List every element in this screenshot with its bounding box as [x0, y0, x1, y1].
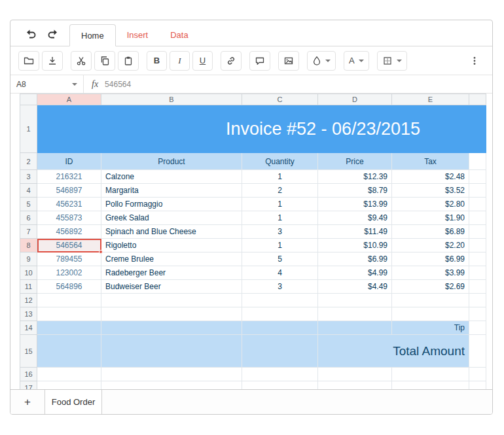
cell-E16[interactable]: [392, 368, 469, 381]
cell-A9[interactable]: 789455: [37, 252, 101, 266]
cell-E6[interactable]: $1.90: [392, 211, 469, 225]
cell-E14-tip[interactable]: Tip: [392, 321, 469, 335]
cell-A16[interactable]: [37, 368, 101, 381]
cell-A5[interactable]: 456231: [37, 198, 101, 211]
comment-button[interactable]: [249, 51, 270, 71]
cell-D13[interactable]: [318, 307, 392, 321]
tab-insert[interactable]: Insert: [116, 24, 160, 46]
underline-button[interactable]: U: [192, 51, 213, 71]
cell-D2[interactable]: Price: [318, 153, 392, 170]
row-header-16[interactable]: 16: [20, 368, 37, 381]
cell-A8[interactable]: 546564: [37, 239, 101, 252]
cell-B9[interactable]: Creme Brulee: [101, 252, 242, 266]
cell-B17[interactable]: [101, 381, 242, 390]
cell-E4[interactable]: $3.52: [392, 184, 469, 198]
cell-B6[interactable]: Greek Salad: [101, 211, 242, 225]
cell-stub[interactable]: [469, 170, 486, 184]
cell-A13[interactable]: [37, 307, 101, 321]
italic-button[interactable]: I: [170, 51, 190, 71]
cell-A12[interactable]: [37, 294, 101, 307]
cell-B7[interactable]: Spinach and Blue Cheese: [101, 225, 242, 239]
cell-C15[interactable]: [242, 335, 318, 368]
cell-C16[interactable]: [242, 368, 318, 381]
row-header-6[interactable]: 6: [20, 211, 37, 225]
cell-E15-total-amount[interactable]: Total Amount: [318, 335, 469, 368]
cell-stub[interactable]: [469, 211, 486, 225]
cell-B11[interactable]: Budweiser Beer: [101, 280, 242, 294]
cell-E12[interactable]: [392, 294, 469, 307]
cell-A15[interactable]: [37, 335, 101, 368]
cell-B4[interactable]: Margarita: [101, 184, 242, 198]
cell-D7[interactable]: $11.49: [318, 225, 392, 239]
cell-stub[interactable]: [469, 280, 486, 294]
undo-button[interactable]: [25, 28, 37, 39]
cell-E17[interactable]: [392, 381, 469, 390]
cell-A17[interactable]: [37, 381, 101, 390]
column-header-E[interactable]: E: [392, 94, 469, 105]
cell-D8[interactable]: $10.99: [318, 239, 392, 252]
insert-image-button[interactable]: [278, 51, 299, 71]
row-header-14[interactable]: 14: [20, 321, 37, 335]
cell-D14[interactable]: [318, 321, 392, 335]
cell-C6[interactable]: 1: [242, 211, 318, 225]
cell-stub[interactable]: [469, 335, 486, 368]
redo-button[interactable]: [47, 28, 59, 39]
cell-E8[interactable]: $2.20: [392, 239, 469, 252]
tab-home[interactable]: Home: [69, 24, 116, 46]
cell-B10[interactable]: Radeberger Beer: [101, 266, 242, 280]
cell-A6[interactable]: 455873: [37, 211, 101, 225]
row-header-2[interactable]: 2: [20, 153, 37, 170]
column-header-C[interactable]: C: [242, 94, 318, 105]
cell-D4[interactable]: $8.79: [318, 184, 392, 198]
corner-cell[interactable]: [20, 94, 37, 105]
cell-B5[interactable]: Pollo Formaggio: [101, 198, 242, 211]
cell-E9[interactable]: $6.99: [392, 252, 469, 266]
formula-input[interactable]: 546564: [105, 80, 492, 89]
cell-A1-merged-title[interactable]: Invoice #52 - 06/23/2015: [37, 105, 486, 153]
cell-D10[interactable]: $4.99: [318, 266, 392, 280]
cell-C4[interactable]: 2: [242, 184, 318, 198]
cell-C14[interactable]: [242, 321, 318, 335]
row-header-17[interactable]: 17: [20, 381, 37, 390]
open-button[interactable]: [18, 51, 39, 71]
font-color-button[interactable]: A: [344, 51, 369, 71]
cell-stub[interactable]: [469, 368, 486, 381]
column-header-B[interactable]: B: [101, 94, 242, 105]
row-header-8[interactable]: 8: [20, 239, 37, 252]
cell-D16[interactable]: [318, 368, 392, 381]
cell-stub[interactable]: [469, 381, 486, 390]
column-header-A[interactable]: A: [37, 94, 101, 105]
cell-A10[interactable]: 123002: [37, 266, 101, 280]
cell-D3[interactable]: $12.39: [318, 170, 392, 184]
cell-C11[interactable]: 3: [242, 280, 318, 294]
row-header-3[interactable]: 3: [20, 170, 37, 184]
cell-stub[interactable]: [469, 252, 486, 266]
cell-A2[interactable]: ID: [37, 153, 101, 170]
cell-C7[interactable]: 3: [242, 225, 318, 239]
cell-stub[interactable]: [469, 184, 486, 198]
cell-name-box[interactable]: A8: [10, 75, 84, 93]
cell-C2[interactable]: Quantity: [242, 153, 318, 170]
column-header-stub[interactable]: [469, 94, 486, 105]
cell-B8[interactable]: Rigoletto: [101, 239, 242, 252]
export-button[interactable]: [42, 51, 63, 71]
cell-D11[interactable]: $4.49: [318, 280, 392, 294]
bold-button[interactable]: B: [147, 51, 167, 71]
cell-A11[interactable]: 564896: [37, 280, 101, 294]
copy-button[interactable]: [94, 51, 115, 71]
cell-A14[interactable]: [37, 321, 101, 335]
row-header-7[interactable]: 7: [20, 225, 37, 239]
add-sheet-button[interactable]: +: [10, 390, 45, 414]
cell-B12[interactable]: [101, 294, 242, 307]
cell-B2[interactable]: Product: [101, 153, 242, 170]
cell-D5[interactable]: $13.99: [318, 198, 392, 211]
borders-button[interactable]: [377, 51, 407, 71]
row-header-11[interactable]: 11: [20, 280, 37, 294]
column-header-D[interactable]: D: [318, 94, 392, 105]
row-header-1[interactable]: 1: [20, 105, 37, 153]
row-header-5[interactable]: 5: [20, 198, 37, 211]
cell-C12[interactable]: [242, 294, 318, 307]
row-header-15[interactable]: 15: [20, 335, 37, 368]
cell-stub[interactable]: [469, 225, 486, 239]
sheet-tab-food-order[interactable]: Food Order: [45, 390, 102, 414]
